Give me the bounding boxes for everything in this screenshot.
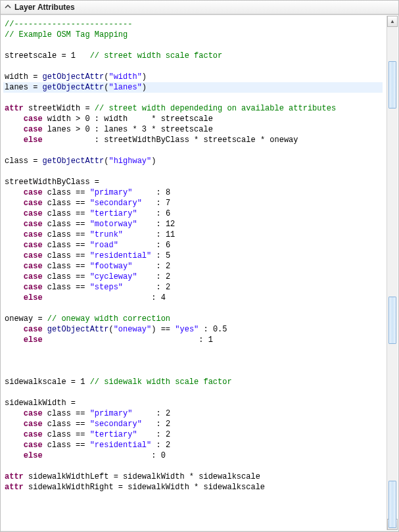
code-line[interactable]: case class == "cycleway" : 2 xyxy=(3,272,383,282)
code-line[interactable]: case class == "residential" : 2 xyxy=(3,440,383,450)
code-line[interactable]: width = getObjectAttr("width") xyxy=(3,72,383,82)
code-line[interactable]: case class == "road" : 6 xyxy=(3,240,383,251)
code-line[interactable]: sidewalkscale = 1 // sidewalk width scal… xyxy=(3,377,383,387)
code-line[interactable]: oneway = // oneway width correction xyxy=(3,314,383,324)
code-line[interactable] xyxy=(3,356,383,366)
collapse-icon[interactable] xyxy=(5,3,11,12)
code-editor[interactable]: //-------------------------// Example OS… xyxy=(1,15,385,531)
code-line[interactable]: case getObjectAttr("oneway") == "yes" : … xyxy=(3,324,383,335)
code-line[interactable] xyxy=(3,303,383,314)
code-line[interactable] xyxy=(3,345,383,356)
code-line[interactable]: streetWidthByClass = xyxy=(3,177,383,187)
code-line[interactable]: case class == "tertiary" : 2 xyxy=(3,429,383,440)
code-line[interactable]: case lanes > 0 : lanes * 3 * streetscale xyxy=(3,124,383,135)
code-line[interactable]: case class == "secondary" : 7 xyxy=(3,198,383,208)
code-line[interactable]: streetscale = 1 // street width scale fa… xyxy=(3,51,383,61)
code-line[interactable]: class = getObjectAttr("highway") xyxy=(3,156,383,166)
code-line[interactable] xyxy=(3,387,383,398)
code-line[interactable]: else : 1 xyxy=(3,335,383,345)
code-line[interactable]: case class == "primary" : 8 xyxy=(3,187,383,198)
code-line[interactable]: else : 4 xyxy=(3,293,383,303)
vertical-scrollbar[interactable]: ▲ ▼ xyxy=(387,16,398,530)
scroll-thumb[interactable] xyxy=(388,481,396,528)
code-line[interactable]: attr sidewalkWidthLeft = sidewalkWidth *… xyxy=(3,472,383,482)
code-line[interactable]: case width > 0 : width * streetscale xyxy=(3,114,383,124)
code-line[interactable] xyxy=(3,366,383,377)
panel-header[interactable]: Layer Attributes xyxy=(1,1,398,14)
code-line[interactable]: // Example OSM Tag Mapping xyxy=(3,30,383,40)
panel-title: Layer Attributes xyxy=(14,3,75,12)
code-line[interactable]: case class == "steps" : 2 xyxy=(3,282,383,293)
code-line[interactable]: attr streetWidth = // street width depen… xyxy=(3,103,383,114)
scroll-up-button[interactable]: ▲ xyxy=(387,16,398,27)
scroll-thumb[interactable] xyxy=(388,61,396,109)
code-line[interactable]: case class == "motorway" : 12 xyxy=(3,219,383,230)
code-line[interactable]: case class == "tertiary" : 6 xyxy=(3,208,383,219)
code-line[interactable] xyxy=(3,166,383,177)
code-line[interactable] xyxy=(3,93,383,103)
code-line[interactable] xyxy=(3,145,383,156)
scroll-track[interactable] xyxy=(387,27,398,519)
code-line[interactable]: case class == "footway" : 2 xyxy=(3,261,383,272)
code-line[interactable]: case class == "secondary" : 2 xyxy=(3,419,383,429)
code-line[interactable] xyxy=(3,461,383,472)
code-line[interactable]: case class == "residential" : 5 xyxy=(3,251,383,261)
code-line[interactable]: else : 0 xyxy=(3,450,383,461)
code-line[interactable]: sidewalkWidth = xyxy=(3,398,383,408)
code-line[interactable]: case class == "primary" : 2 xyxy=(3,408,383,419)
code-line[interactable]: //------------------------- xyxy=(3,19,383,30)
code-line[interactable] xyxy=(3,61,383,72)
code-line[interactable]: lanes = getObjectAttr("lanes") xyxy=(3,82,383,93)
scroll-thumb[interactable] xyxy=(388,297,396,344)
code-line[interactable]: attr sidewalkWidthRight = sidewalkWidth … xyxy=(3,482,383,493)
code-editor-wrap: //-------------------------// Example OS… xyxy=(1,14,398,531)
code-line[interactable]: case class == "trunk" : 11 xyxy=(3,230,383,240)
code-line[interactable] xyxy=(3,40,383,51)
code-line[interactable]: else : streetWidthByClass * streetscale … xyxy=(3,135,383,145)
